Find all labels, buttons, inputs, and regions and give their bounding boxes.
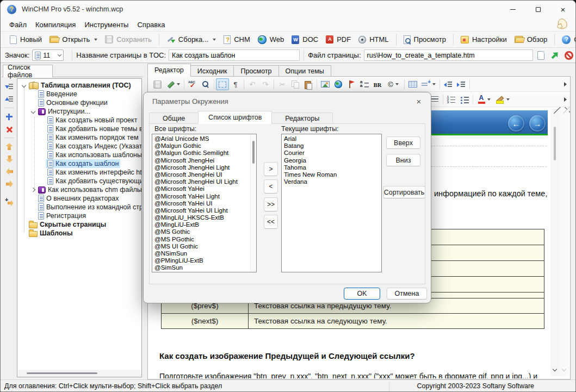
tree-horizontal-scrollbar[interactable] [18,370,141,376]
tree-item[interactable]: Инструкции... [17,107,141,116]
edit-pencil-button[interactable] [164,78,182,90]
close-button[interactable]: × [550,1,575,18]
tab-опции-темы[interactable]: Опции темы [278,65,331,77]
pane-scrollbar[interactable] [560,109,569,376]
tab-исходник[interactable]: Исходник [190,65,234,77]
goto-page-file-button[interactable] [548,49,561,61]
font-list-item[interactable]: @Microsoft YaHei UI Light [152,207,256,214]
tree-item[interactable]: Как создать шаблон [17,159,141,168]
font-list-item[interactable]: @Malgun Gothic Semilight [152,150,256,157]
toolbar-overflow-icon[interactable] [564,97,567,102]
tree-item[interactable]: Шаблоны [17,229,141,238]
cut-button[interactable] [276,78,289,90]
font-list-item[interactable]: Times New Roman [282,171,381,178]
paragraph-marks-button[interactable] [229,78,242,90]
toc-title-input[interactable] [169,49,300,61]
show-borders-button[interactable] [216,78,229,90]
build-button[interactable]: Сборка... [163,33,220,46]
highlight-button[interactable] [493,94,512,105]
font-list-item[interactable]: @PMingLiU-ExtB [152,257,256,264]
open-folder-button[interactable]: Открыть [46,33,101,46]
font-list-item[interactable]: @Microsoft JhengHei UI Light [152,178,256,185]
bookmark-flag-button[interactable] [345,78,358,90]
toolbar-overflow-icon[interactable] [564,82,567,86]
move-all-right-button[interactable]: >> [264,197,278,211]
menu-item[interactable]: Компиляция [31,19,80,30]
tree-item[interactable]: Основные функции [17,98,141,107]
save-button[interactable]: Сохранить [101,33,156,46]
font-list-item[interactable]: @Microsoft YaHei [152,185,256,192]
ok-button[interactable]: OK [344,288,380,300]
font-list-item[interactable]: @MS Gothic [152,228,256,235]
dialog-close-button[interactable]: × [412,95,425,107]
spellcheck-button[interactable] [186,78,199,90]
tree-item[interactable]: Таблица оглавления (TOC) [17,81,141,90]
menu-item[interactable]: Файл [5,19,31,30]
anchor-list-button[interactable] [358,78,371,90]
numbered-list-button[interactable] [445,94,458,105]
scrollbar-thumb[interactable] [252,141,255,164]
font-list-item[interactable]: @MingLiU-ExtB [152,221,256,228]
new-page-file-button[interactable] [534,49,547,61]
indent-increase-button[interactable] [455,78,468,90]
font-list-item[interactable]: Arial [282,135,381,142]
editor-scrollbar[interactable] [550,109,560,376]
font-list-item[interactable]: @SimSun [152,264,256,271]
tree-item[interactable]: Регистрация [17,211,141,220]
move-up-button[interactable] [2,140,16,153]
clear-page-file-button[interactable] [562,49,575,61]
tree-item[interactable]: Введение [17,90,141,98]
browse-folder-button[interactable]: Обзор [511,33,552,46]
tree-item[interactable]: Скрытые страницы [17,220,141,229]
scrollbar-thumb[interactable] [554,127,556,160]
expander-icon[interactable] [29,110,36,113]
br-button[interactable] [371,78,384,90]
page-file-input[interactable] [364,49,533,61]
maximize-button[interactable] [525,1,550,18]
redo-button[interactable] [259,78,272,90]
settings-button[interactable]: Настройки [457,33,511,46]
font-list-item[interactable]: Batang [282,142,381,150]
menu-item[interactable]: Справка [133,19,169,30]
add-child-topic-button[interactable] [2,196,16,208]
expander-icon[interactable] [20,84,27,87]
font-color-button[interactable] [475,94,493,105]
tab-редактор[interactable]: Редактор [147,64,191,77]
font-list-item[interactable]: @Microsoft YaHei UI [152,200,256,207]
tree-item[interactable]: Как добавить существующие [17,177,141,185]
hyperlink-button[interactable] [332,78,345,90]
move-all-left-button[interactable]: << [264,215,278,229]
move-down-button[interactable]: Вниз [386,154,420,166]
move-down-button[interactable] [2,153,16,165]
expander-icon[interactable] [29,188,36,191]
tree-item[interactable]: Как использовать chm файлы и [17,185,141,194]
tree-item[interactable]: Как добавить новые темы в [17,125,141,133]
font-list-item[interactable]: Tahoma [282,164,381,171]
dialog-tab[interactable]: Редакторы [271,113,333,124]
bullet-list-button[interactable] [458,94,471,105]
copy-button[interactable] [289,78,302,90]
insert-image-button[interactable] [319,78,332,90]
add-topic-button[interactable] [2,110,16,123]
previous-topic-button[interactable] [508,115,524,132]
move-right-button[interactable]: > [264,162,278,176]
font-list-item[interactable]: @Malgun Gothic [152,142,256,150]
listbox-scrollbar[interactable] [250,134,256,272]
cancel-button[interactable]: Отмена [387,288,427,300]
minimize-button[interactable] [500,1,525,18]
font-list-item[interactable]: @Microsoft JhengHei UI [152,171,256,178]
paste-button[interactable] [302,78,315,90]
preview-button[interactable]: Просмотр [400,33,450,46]
font-list-item[interactable]: @Microsoft JhengHei Light [152,164,256,171]
font-list-item[interactable]: @Arial Unicode MS [152,135,256,142]
move-right-button[interactable] [2,178,16,190]
font-list-item[interactable]: @MS UI Gothic [152,243,256,250]
collapse-all-button[interactable] [2,93,16,105]
font-list-item[interactable]: @Microsoft YaHei Light [152,193,256,200]
icon-combobox[interactable]: 11 [32,49,64,61]
help-button[interactable]: Справка [558,33,576,46]
find-button[interactable] [199,78,212,90]
font-list-item[interactable]: @MS PGothic [152,236,256,243]
tree-item[interactable]: Как создать новый проект [17,116,141,125]
html-globe-button[interactable]: HTML [355,33,392,46]
